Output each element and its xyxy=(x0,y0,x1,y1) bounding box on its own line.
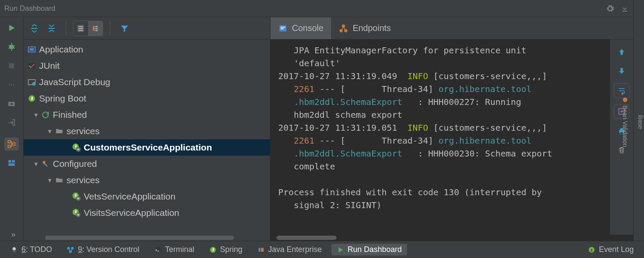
group-by-type-icon[interactable] xyxy=(73,21,88,36)
junit-icon xyxy=(26,61,37,70)
more-icon[interactable]: » xyxy=(8,230,15,241)
debug-icon[interactable] xyxy=(4,40,19,53)
svg-rect-7 xyxy=(9,160,12,163)
soft-wrap-icon[interactable] xyxy=(614,83,629,98)
sb-todo[interactable]: 6: TODO xyxy=(5,244,57,255)
chevron-down-icon: ▼ xyxy=(32,161,40,167)
tree-label: CustomersServiceApplication xyxy=(82,142,212,153)
svg-rect-20 xyxy=(30,48,34,51)
application-icon xyxy=(26,45,37,54)
svg-rect-34 xyxy=(281,28,284,29)
tree-label: Finished xyxy=(51,110,87,120)
tree-node-services[interactable]: ▼ services xyxy=(24,123,270,139)
sb-spring[interactable]: Spring xyxy=(204,244,248,255)
tab-console[interactable]: Console xyxy=(270,17,331,39)
tree-label: Configured xyxy=(51,159,97,169)
svg-text:1: 1 xyxy=(590,247,593,252)
svg-rect-13 xyxy=(79,30,83,31)
group-by-status-icon[interactable] xyxy=(88,21,103,36)
svg-point-42 xyxy=(623,98,628,102)
tree-label: services xyxy=(65,126,100,136)
run-tree-panel: Application JUnit JavaScript Debug Sprin… xyxy=(24,17,270,241)
tab-label: Endpoints xyxy=(352,23,391,33)
run-configurations-tree[interactable]: Application JUnit JavaScript Debug Sprin… xyxy=(24,40,270,235)
svg-rect-4 xyxy=(8,141,11,143)
tree-node-customers-service[interactable]: CustomersServiceApplication xyxy=(24,139,270,156)
arrow-up-icon[interactable] xyxy=(614,46,629,58)
run-icon xyxy=(337,246,344,254)
spring-icon xyxy=(209,246,217,254)
sb-version-control[interactable]: 9: Version Control xyxy=(61,244,144,255)
tree-node-configured[interactable]: ▼ Configured xyxy=(24,156,270,172)
status-bar: 6: TODO 9: Version Control Terminal Spri… xyxy=(0,241,644,258)
expand-all-icon[interactable] xyxy=(27,21,42,36)
tree-node-finished[interactable]: ▼ Finished xyxy=(24,107,270,123)
svg-rect-44 xyxy=(12,250,16,252)
tree-node-springboot[interactable]: Spring Boot xyxy=(24,90,270,107)
tree-label: VisitsServiceApplication xyxy=(82,208,179,218)
console-tabs: Console Endpoints xyxy=(270,17,633,40)
tree-label: JavaScript Debug xyxy=(37,77,110,87)
collapse-all-icon[interactable] xyxy=(44,21,59,36)
left-action-strip: ⋯ » xyxy=(0,17,24,241)
svg-rect-17 xyxy=(95,28,98,29)
svg-point-45 xyxy=(68,247,70,249)
gutter-ibase[interactable]: ibase xyxy=(637,115,644,129)
javaee-icon xyxy=(257,246,265,254)
svg-point-3 xyxy=(11,103,13,105)
svg-point-23 xyxy=(32,82,36,86)
sb-run-dashboard[interactable]: Run Dashboard xyxy=(331,244,407,255)
svg-rect-5 xyxy=(8,145,11,148)
run-icon[interactable] xyxy=(4,22,19,34)
spring-run-icon xyxy=(71,192,82,201)
exit-icon[interactable] xyxy=(4,116,19,129)
tree-node-vets-service[interactable]: VetsServiceApplication xyxy=(24,188,270,205)
svg-point-0 xyxy=(9,45,14,49)
tree-label: VetsServiceApplication xyxy=(82,191,176,202)
download-icon[interactable] xyxy=(620,4,629,13)
console-h-scrollbar[interactable] xyxy=(270,235,633,241)
svg-point-46 xyxy=(72,247,74,249)
console-output[interactable]: JPA EntityManagerFactory for persistence… xyxy=(270,40,610,235)
svg-rect-16 xyxy=(95,26,98,27)
stop-icon[interactable] xyxy=(4,59,19,72)
gutter-bean-validation[interactable]: Bean Validation xyxy=(622,97,629,147)
spring-run-icon xyxy=(71,143,82,152)
vcs-icon xyxy=(67,246,74,254)
chevron-down-icon: ▼ xyxy=(46,177,54,184)
filter-icon[interactable] xyxy=(117,21,132,36)
sb-terminal[interactable]: Terminal xyxy=(149,244,199,255)
svg-rect-50 xyxy=(258,248,261,252)
svg-point-37 xyxy=(343,25,345,27)
svg-rect-8 xyxy=(12,160,15,163)
endpoints-icon xyxy=(339,24,348,33)
event-log-icon: 1 xyxy=(588,246,595,254)
dots-icon[interactable]: ⋯ xyxy=(4,78,19,91)
spring-icon xyxy=(26,94,37,103)
camera-icon[interactable] xyxy=(4,97,19,110)
panel-title: Run Dashboard xyxy=(4,4,606,13)
folder-icon xyxy=(54,176,65,184)
arrow-down-icon[interactable] xyxy=(614,64,629,77)
refresh-icon xyxy=(40,111,51,119)
sb-event-log[interactable]: 1 Event Log xyxy=(583,244,639,255)
tree-node-visits-service[interactable]: VisitsServiceApplication xyxy=(24,205,270,221)
tab-endpoints[interactable]: Endpoints xyxy=(331,17,398,39)
panel-header: Run Dashboard xyxy=(0,0,633,17)
structure-icon[interactable] xyxy=(4,138,19,150)
svg-rect-15 xyxy=(93,26,95,31)
layout-icon[interactable] xyxy=(4,157,19,169)
tree-h-scrollbar[interactable] xyxy=(24,235,270,241)
tree-node-application[interactable]: Application xyxy=(24,41,270,58)
tree-node-junit[interactable]: JUnit xyxy=(24,58,270,74)
tree-toolbar xyxy=(24,17,270,40)
tree-node-jsdebug[interactable]: JavaScript Debug xyxy=(24,74,270,90)
svg-rect-18 xyxy=(95,30,98,31)
gear-icon[interactable] xyxy=(606,4,614,13)
chevron-down-icon: ▼ xyxy=(46,128,54,135)
chevron-down-icon: ▼ xyxy=(32,112,40,118)
sb-java-enterprise[interactable]: Java Enterprise xyxy=(252,244,327,255)
tree-node-services2[interactable]: ▼ services xyxy=(24,172,270,188)
tree-label: JUnit xyxy=(37,61,60,71)
folder-icon xyxy=(54,127,65,135)
